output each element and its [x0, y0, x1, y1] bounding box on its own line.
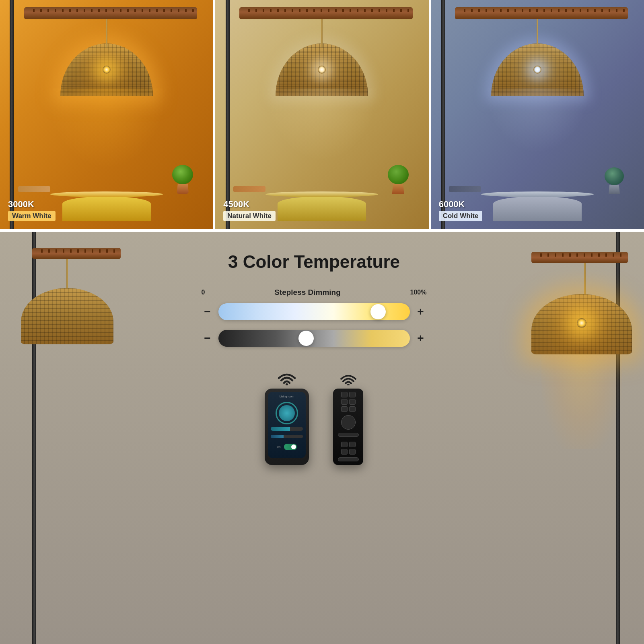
shade-natural — [276, 43, 368, 96]
bottom-left-lamp-area — [0, 232, 145, 644]
remote-btn-6[interactable] — [349, 406, 356, 412]
book-natural — [233, 186, 265, 192]
phone-container: Living room ON — [265, 370, 309, 465]
cold-white-panel: 6000K Cold White — [431, 0, 644, 229]
br-pole — [616, 232, 620, 644]
natural-lamp-visual: 4500K Natural White — [215, 0, 428, 229]
phone-mockup: Living room ON — [265, 389, 309, 465]
warm-type-label: Warm White — [8, 211, 56, 221]
brightness-slider-row: − + — [202, 330, 427, 347]
plant-natural — [388, 165, 409, 194]
remote-btn-4[interactable] — [349, 399, 356, 405]
phone-toggle-row: ON — [277, 444, 297, 450]
brightness-slider-thumb[interactable] — [298, 331, 314, 346]
color-temp-slider-track[interactable] — [218, 303, 410, 320]
svg-point-0 — [286, 383, 288, 385]
phone-slider2 — [271, 435, 303, 438]
dim-max: 100% — [410, 289, 427, 296]
remote-btn-3[interactable] — [341, 399, 348, 405]
phone-toggle[interactable] — [284, 444, 297, 450]
phone-circle-inner — [279, 405, 295, 421]
bl-beam — [32, 248, 121, 259]
cold-badge: 6000K Cold White — [439, 199, 483, 221]
phone-screen-content: Living room ON — [268, 392, 306, 458]
bottom-center-info: 3 Color Temperature 0 Stepless Dimming 1… — [145, 232, 483, 644]
table-warm — [50, 191, 163, 197]
remote-num-2[interactable] — [349, 442, 356, 447]
brightness-plus-btn[interactable]: + — [415, 332, 427, 345]
phone-screen: Living room ON — [268, 392, 306, 458]
remote-num-4[interactable] — [349, 449, 356, 455]
color-temp-slider-row: − + — [202, 303, 427, 320]
phone-header: Living room — [270, 395, 303, 398]
beam-cold — [455, 7, 628, 19]
floor-glow-natural — [265, 88, 378, 161]
color-temp-slider-thumb[interactable] — [370, 304, 386, 319]
book-warm — [18, 186, 50, 192]
plant-cold — [605, 167, 624, 194]
phone-slider — [271, 427, 303, 431]
table-leg-warm — [62, 196, 151, 221]
remote-num-row1 — [341, 442, 356, 447]
natural-white-panel: 4500K Natural White — [215, 0, 428, 229]
left-pole-natural — [226, 0, 230, 229]
remote-nav-circle[interactable] — [341, 415, 356, 430]
cold-lamp-visual: 6000K Cold White — [431, 0, 644, 229]
rope-warm — [106, 19, 107, 47]
br-light-cone — [541, 348, 622, 449]
bottom-section: 3 Color Temperature 0 Stepless Dimming 1… — [0, 232, 644, 644]
remote-container — [333, 372, 363, 465]
table-cold — [481, 191, 594, 197]
left-pole-cold — [441, 0, 445, 229]
book-cold — [449, 186, 481, 192]
warm-kelvin: 3000K — [8, 199, 34, 210]
brightness-slider-track[interactable] — [218, 330, 410, 347]
table-leg-cold — [493, 196, 582, 221]
remote-btn-5[interactable] — [341, 406, 348, 412]
shade-warm — [60, 43, 153, 96]
cold-kelvin: 6000K — [439, 199, 465, 210]
devices-row: Living room ON — [265, 370, 363, 465]
rope-cold — [537, 19, 538, 47]
warm-badge: 3000K Warm White — [8, 199, 56, 221]
table-natural — [265, 191, 378, 197]
remote-row3 — [341, 406, 356, 412]
top-lamp-panels: 3000K Warm White — [0, 0, 644, 229]
remote-btn-2[interactable] — [349, 392, 356, 397]
color-temp-plus-btn[interactable]: + — [415, 305, 427, 318]
remote-num-3[interactable] — [341, 449, 348, 455]
warm-white-panel: 3000K Warm White — [0, 0, 213, 229]
plant-warm — [172, 165, 193, 194]
remote-btn-1[interactable] — [341, 392, 348, 397]
rope-natural — [321, 19, 323, 47]
wifi-icon-phone — [277, 370, 297, 385]
natural-badge: 4500K Natural White — [223, 199, 276, 221]
remote-long-btn-1[interactable] — [338, 433, 359, 437]
remote-long-btn-2[interactable] — [338, 457, 359, 461]
floor-glow-warm — [46, 88, 167, 169]
svg-point-1 — [347, 384, 350, 385]
section-title: 3 Color Temperature — [228, 252, 400, 272]
natural-type-label: Natural White — [223, 211, 276, 221]
shade-cold — [491, 43, 584, 96]
bottom-right-lamp-area — [483, 232, 644, 644]
dimming-label-row: 0 Stepless Dimming 100% — [202, 288, 427, 297]
bl-shade — [21, 288, 113, 344]
natural-kelvin: 4500K — [223, 199, 249, 210]
remote-top-row — [341, 392, 356, 397]
remote-row2 — [341, 399, 356, 405]
phone-circle — [276, 402, 298, 424]
brightness-minus-btn[interactable]: − — [202, 332, 214, 345]
bl-rope — [66, 259, 68, 291]
color-temp-minus-btn[interactable]: − — [202, 305, 214, 318]
beam-natural — [239, 7, 412, 19]
remote-num-1[interactable] — [341, 442, 348, 447]
br-beam — [531, 252, 628, 263]
left-pole-warm — [10, 0, 14, 229]
remote-num-row2 — [341, 449, 356, 455]
br-bulb — [577, 318, 586, 328]
br-shade — [531, 294, 632, 354]
dim-label: Stepless Dimming — [274, 288, 341, 297]
floor-glow-cold — [485, 88, 590, 153]
table-leg-natural — [278, 196, 366, 221]
